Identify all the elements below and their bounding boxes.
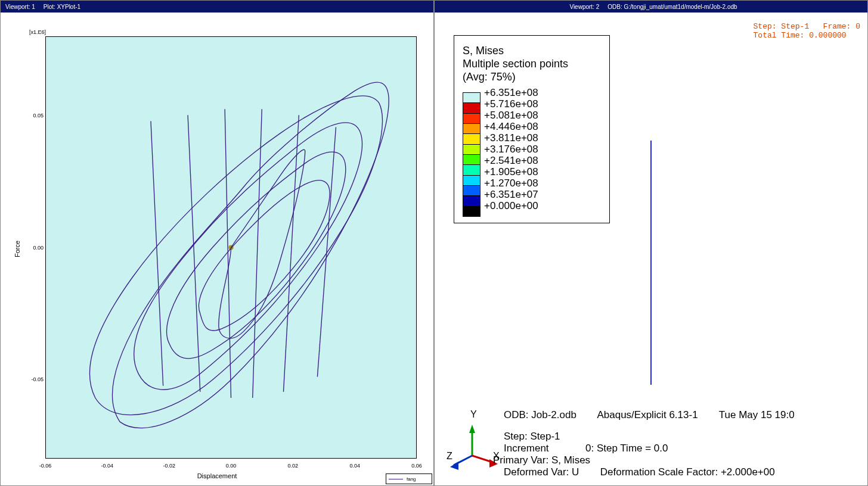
legend-swatch [463, 164, 480, 175]
x-tick: -0.04 [101, 463, 114, 469]
x-tick: 0.02 [288, 463, 299, 469]
y-tick: 0.05 [27, 113, 44, 119]
triad-y-label: Y [470, 409, 477, 420]
triad-z-label: Z [447, 451, 452, 462]
legend-value: +5.716e+08 [484, 98, 601, 110]
y-tick: 0.00 [27, 245, 44, 251]
legend-swatch [463, 93, 480, 102]
x-tick: 0.00 [226, 463, 237, 469]
odb-canvas[interactable]: Step: Step-1 Frame: 0 Total Time: 0.0000… [435, 13, 867, 485]
legend-swatch [463, 102, 480, 113]
legend-value: +1.905e+08 [484, 166, 601, 177]
svg-marker-8 [469, 425, 475, 433]
viewport2-label: Viewport: 2 [569, 4, 599, 10]
hysteresis-curve [46, 37, 416, 458]
legend-swatch [463, 154, 480, 164]
viewport1-header: Viewport: 1 Plot: XYPlot-1 [1, 1, 433, 13]
x-tick: -0.06 [39, 463, 52, 469]
primary-var: Primary Var: S, Mises [493, 454, 590, 466]
legend-values: +6.351e+08+5.716e+08+5.081e+08+4.446e+08… [480, 87, 601, 217]
svg-line-3 [225, 109, 231, 398]
legend-swatch [463, 175, 480, 185]
xyplot-canvas[interactable]: [x1.E6] [1, 13, 433, 485]
legend-value: +3.811e+08 [484, 132, 601, 144]
odb-date: Tue May 15 19:0 [719, 409, 795, 420]
y-tick: -0.05 [27, 376, 44, 382]
x-tick: 0.04 [349, 463, 360, 469]
legend-swatch [463, 133, 480, 144]
viewport2-odb-label: ODB: G:/tongji_umat/umat1d/model-m/Job-2… [607, 4, 737, 10]
plot-area [45, 36, 417, 459]
legend-swatch [463, 123, 480, 133]
legend-title: S, Mises Multiple section points (Avg: 7… [463, 44, 601, 83]
viewport-2[interactable]: Viewport: 2 ODB: G:/tongji_umat/umat1d/m… [434, 0, 868, 486]
legend-value: +6.351e+07 [484, 189, 601, 200]
footer-block: Y X Z ODB: Job-2.odb Abaqus/Explicit 6.1… [445, 409, 851, 481]
legend-value: +4.446e+08 [484, 121, 601, 132]
legend-value: +0.000e+00 [484, 200, 601, 211]
legend-swatch [463, 144, 480, 154]
x-axis-label: Displacement [197, 472, 237, 479]
svg-line-2 [188, 115, 200, 392]
step-name: Step: Step-1 [504, 431, 560, 443]
odb-file: ODB: Job-2.odb [504, 409, 576, 420]
x-tick: -0.02 [163, 463, 175, 469]
legend-value: +1.270e+08 [484, 177, 601, 189]
legend-line-sample [389, 479, 403, 479]
legend-label: fang [407, 476, 416, 482]
viewport-1[interactable]: Viewport: 1 Plot: XYPlot-1 [x1.E6] [0, 0, 434, 486]
model-beam [650, 141, 652, 385]
step-time: 0: Step Time = 0.0 [585, 443, 668, 454]
legend-swatch [463, 195, 480, 205]
x-tick: 0.06 [411, 463, 422, 469]
legend-swatch [463, 185, 480, 195]
legend-value: +6.351e+08 [484, 87, 601, 98]
legend-value: +5.081e+08 [484, 110, 601, 121]
svg-line-1 [151, 121, 163, 385]
def-scale-factor: Deformation Scale Factor: +2.000e+00 [600, 466, 775, 478]
y-axis-label: Force [14, 241, 21, 257]
viewport2-header: Viewport: 2 ODB: G:/tongji_umat/umat1d/m… [435, 1, 867, 13]
legend-color-bar [463, 92, 480, 217]
viewport1-plot-label: Plot: XYPlot-1 [44, 4, 80, 10]
y-axis-multiplier: [x1.E6] [29, 29, 46, 35]
legend-value: +3.176e+08 [484, 144, 601, 155]
triad-icon [445, 420, 499, 473]
svg-line-5 [283, 115, 299, 392]
legend-swatch [463, 113, 480, 123]
contour-legend: S, Mises Multiple section points (Avg: 7… [454, 35, 610, 223]
deformed-var: Deformed Var: U [504, 466, 579, 478]
frame-info: Step: Step-1 Frame: 0 Total Time: 0.0000… [754, 22, 860, 40]
product-name: Abaqus/Explicit 6.13-1 [597, 409, 698, 420]
plot-legend: fang [386, 473, 432, 484]
legend-value: +2.541e+08 [484, 155, 601, 166]
svg-marker-12 [450, 462, 458, 470]
legend-swatch [463, 206, 480, 216]
increment-label: Increment [504, 443, 549, 454]
svg-line-6 [317, 127, 336, 377]
viewport1-label: Viewport: 1 [5, 4, 35, 10]
